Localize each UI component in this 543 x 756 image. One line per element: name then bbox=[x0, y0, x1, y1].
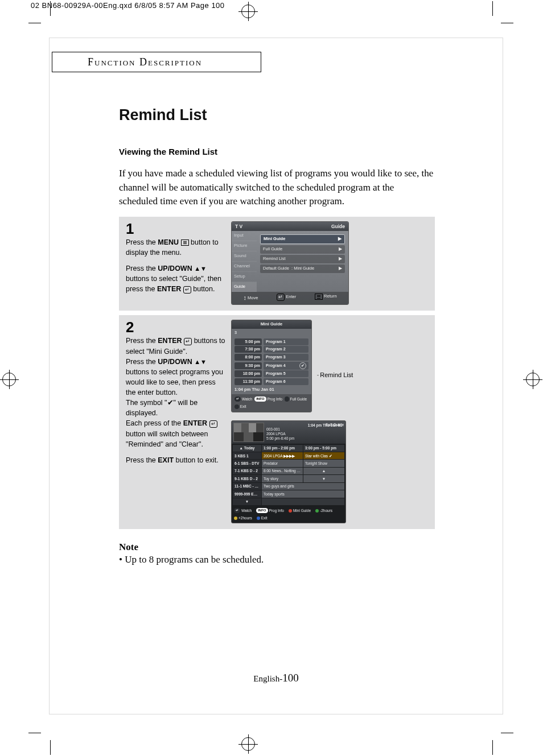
step-1-screenshot: T V Guide Input Picture Sound Channel Se… bbox=[231, 221, 428, 305]
remind-list-callout: ··· Remind List bbox=[316, 371, 353, 380]
page-footer: English-100 bbox=[50, 672, 503, 684]
osd-side-item: Sound bbox=[232, 251, 257, 262]
subheading: Viewing the Remind List bbox=[119, 147, 435, 156]
mini-time: 7:30 pm bbox=[235, 346, 262, 353]
grid-cell: Today sports bbox=[262, 490, 344, 497]
enter-icon: ↵ bbox=[234, 508, 240, 513]
grid-cell: Tonight Show bbox=[303, 460, 344, 466]
grid-cell: Two guys and girls bbox=[262, 483, 344, 490]
osd-row: Default Guide : Mini Guide ▶ bbox=[260, 265, 345, 273]
osd-row-label: Mini Guide bbox=[264, 236, 285, 242]
mini-time: 10:00 pm bbox=[235, 370, 262, 377]
mini-foot-item: INFOProg Info bbox=[254, 396, 282, 402]
text: buttons to select programs you would lik… bbox=[126, 368, 223, 396]
mini-prog: Program 4✔ bbox=[264, 362, 308, 370]
intro-paragraph: If you have made a scheduled viewing lis… bbox=[119, 167, 435, 209]
step-1: 1 Press the MENU button to display the m… bbox=[119, 217, 435, 311]
osd-row: Mini Guide ▶ bbox=[260, 234, 345, 244]
crop-tick bbox=[28, 23, 41, 23]
mini-foot-item: Full Guide bbox=[285, 396, 307, 402]
section-header-label: Function Description bbox=[88, 56, 202, 68]
osd-title-right: Guide bbox=[331, 223, 345, 230]
grid-cell: 8:00 News.. Notting Hill bbox=[262, 468, 303, 474]
osd-row-label: Default Guide bbox=[263, 266, 289, 271]
menu-icon bbox=[181, 239, 189, 246]
up-down-icon: ▲▼ bbox=[194, 265, 207, 272]
enter-label: ENTER bbox=[158, 337, 182, 345]
text: Press the bbox=[126, 456, 158, 464]
text: Press the bbox=[126, 358, 158, 366]
osd-side-item: Guide bbox=[232, 282, 257, 292]
grid-header: 1:00 pm - 2:00 pm bbox=[262, 445, 303, 452]
osd-row-value: : Mini Guide bbox=[291, 266, 314, 271]
mini-time: 9:30 pm bbox=[235, 362, 262, 369]
text: Press the bbox=[126, 337, 158, 345]
mini-time: 11:30 pm bbox=[235, 378, 262, 385]
grid-cell: Toy story bbox=[262, 475, 303, 482]
check-icon: ✔ bbox=[167, 399, 174, 407]
text: The symbol " bbox=[126, 399, 167, 407]
osd-row-label: Full Guide bbox=[263, 246, 282, 253]
registration-mark-left bbox=[2, 373, 16, 386]
mini-prog: Program 6 bbox=[264, 378, 308, 385]
content-column: Remind List Viewing the Remind List If y… bbox=[119, 106, 435, 565]
exit-label: EXIT bbox=[158, 456, 174, 464]
full-guide-grid: ▲ Today 1:00 pm - 2:00 pm 3:00 pm - 5:00… bbox=[232, 444, 345, 506]
grid-channel: 9999-999 EBS - DTV bbox=[233, 490, 261, 497]
mini-foot-item: Exit bbox=[235, 404, 246, 409]
pill-icon bbox=[235, 404, 239, 410]
crop-tick bbox=[492, 1, 493, 16]
mini-channel-number: 3 bbox=[232, 329, 311, 337]
step-2-text: 2 Press the ENTER ↵ buttons to select "M… bbox=[126, 320, 225, 523]
full-foot-item: -2hours bbox=[315, 508, 332, 513]
grid-channel: 9-1 KBS D - 2 bbox=[233, 475, 261, 482]
mini-title: Mini Guide bbox=[232, 320, 311, 329]
mini-time: 5:00 pm bbox=[235, 338, 262, 345]
note-body: • Up to 8 programs can be scheduled. bbox=[119, 554, 435, 565]
crop-tick bbox=[492, 740, 493, 755]
text: button will switch between "Reminded" an… bbox=[126, 430, 208, 448]
step-2-number: 2 bbox=[126, 320, 225, 334]
step-2-screenshots: Mini Guide 3 5:00 pmProgram 1 7:30 pmPro… bbox=[231, 320, 428, 523]
grid-channel: 7-1 KBS D - 2 bbox=[233, 468, 261, 474]
enter-icon: ↵ bbox=[184, 338, 192, 345]
mini-prog: Program 1 bbox=[264, 338, 308, 345]
up-down-icon: ▲▼ bbox=[194, 358, 207, 365]
registration-mark-right bbox=[526, 373, 540, 386]
enter-label: ENTER bbox=[183, 419, 207, 427]
osd-footer: ↕ Move ↵ Enter Return bbox=[232, 292, 348, 304]
grid-channel: 3 KBS 1 bbox=[233, 452, 261, 459]
full-foot-item: Exit bbox=[257, 515, 268, 520]
osd-side-item: Picture bbox=[232, 241, 257, 251]
osd-guide-menu: T V Guide Input Picture Sound Channel Se… bbox=[231, 221, 349, 305]
yellow-dot-icon bbox=[234, 517, 237, 520]
mini-now-time: 1:04 pm Thu Jan 01 bbox=[235, 387, 308, 393]
enter-icon: ↵ bbox=[209, 420, 217, 428]
full-foot-item: INFOProg Info bbox=[256, 508, 284, 513]
grid-nav-down-icon: ▼ bbox=[233, 498, 261, 505]
page-title: Remind List bbox=[119, 106, 435, 124]
pill-icon bbox=[285, 396, 289, 402]
grid-cell: ▼ bbox=[303, 475, 344, 482]
osd-full-guide: Full Guide 003-001 2004 LPGA 5:00 pm-6:4… bbox=[231, 420, 346, 523]
full-now-time: 1:04 pm Thu Jan 01 bbox=[308, 423, 342, 428]
step-1-text: 1 Press the MENU button to display the m… bbox=[126, 221, 225, 305]
prepress-slug: 02 BN68-00929A-00Eng.qxd 6/8/05 8:57 AM … bbox=[31, 1, 225, 10]
osd-mini-guide: Mini Guide 3 5:00 pmProgram 1 7:30 pmPro… bbox=[231, 320, 312, 412]
registration-mark-bottom bbox=[241, 737, 255, 751]
mini-prog: Program 3 bbox=[264, 354, 308, 361]
text: Press the bbox=[126, 265, 158, 272]
crop-tick bbox=[50, 740, 51, 755]
full-time: 5:00 pm-6:40 pm bbox=[266, 436, 344, 441]
enter-icon: ↵ bbox=[235, 396, 241, 402]
grid-cell: ▲ bbox=[303, 468, 344, 474]
full-program: 2004 LPGA bbox=[266, 432, 344, 436]
chevron-right-icon: ▶ bbox=[338, 236, 342, 242]
text: Each press of the bbox=[126, 419, 183, 427]
grid-header: Today bbox=[244, 446, 255, 450]
mini-time: 8:00 pm bbox=[235, 354, 262, 361]
chevron-right-icon: ▶ bbox=[339, 256, 342, 262]
full-foot-item: +2hours bbox=[234, 515, 252, 520]
blue-dot-icon bbox=[257, 517, 260, 520]
full-guide-footer: ↵Watch INFOProg Info Mini Guide -2hours … bbox=[232, 506, 345, 523]
